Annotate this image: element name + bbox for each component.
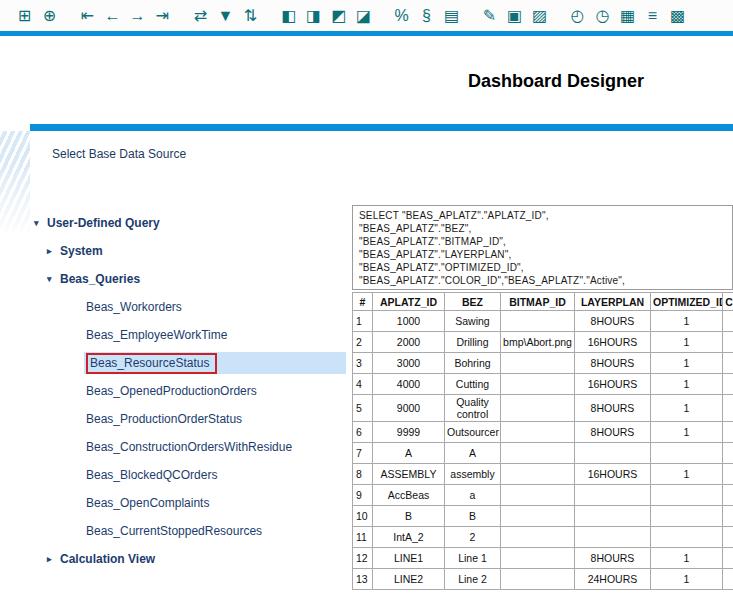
cell-bitmap-id: [501, 548, 575, 569]
cell-optimized-id: 1: [651, 548, 723, 569]
cell-bitmap-id: [501, 422, 575, 443]
cell-layerplan: 8HOURS: [575, 311, 651, 332]
cell-color-id: [723, 548, 733, 569]
filter-icon[interactable]: ▼: [213, 4, 238, 28]
payment-means-icon[interactable]: ◪: [351, 4, 376, 28]
cell-num: 6: [353, 422, 373, 443]
tree-expand-icon[interactable]: ▸: [47, 246, 60, 256]
table-row[interactable]: 3 3000 Bohring 8HOURS 1: [353, 353, 733, 374]
document-edit-icon[interactable]: ▨: [527, 4, 552, 28]
cell-color-id: [723, 506, 733, 527]
tree-item-calculation-view[interactable]: ▸ Calculation View: [30, 545, 352, 573]
cell-bitmap-id: [501, 569, 575, 590]
gross-profit-icon[interactable]: %: [389, 4, 414, 28]
target-document-icon[interactable]: ◨: [301, 4, 326, 28]
sort-icon[interactable]: ⇅: [238, 4, 263, 28]
pickup-clock-icon[interactable]: ◴: [565, 4, 590, 28]
tree-item-beas-workorders[interactable]: Beas_Workorders: [30, 293, 352, 321]
column-header-num[interactable]: #: [353, 293, 373, 311]
cell-optimized-id: [651, 527, 723, 548]
dashboard-designer-window: ⊞ ⊕ ⇤ ← → ⇥ ⇄ ▼ ⇅ ◧ ◨ ◩ ◪ % § ▤: [0, 0, 733, 605]
cell-color-id: [723, 332, 733, 353]
organizer-icon[interactable]: ≡: [640, 4, 665, 28]
tree-item-label: Beas_Queries: [60, 272, 140, 286]
form-settings-icon[interactable]: ▣: [502, 4, 527, 28]
volume-weight-icon[interactable]: §: [414, 4, 439, 28]
tree-expand-icon[interactable]: ▸: [47, 554, 60, 564]
tree-item-beas-employeeworktime[interactable]: Beas_EmployeeWorkTime: [30, 321, 352, 349]
cell-layerplan: [575, 527, 651, 548]
table-row[interactable]: 8 ASSEMBLY assembly 16HOURS 1: [353, 464, 733, 485]
table-row[interactable]: 2 2000 Drilling bmp\Abort.png 16HOURS 1: [353, 332, 733, 353]
alarm-icon[interactable]: ◷: [590, 4, 615, 28]
refresh-icon[interactable]: ⇄: [188, 4, 213, 28]
query-preview-icon[interactable]: ▤: [439, 4, 464, 28]
cell-layerplan: 24HOURS: [575, 569, 651, 590]
column-header-layerplan[interactable]: LAYERPLAN: [575, 293, 651, 311]
add-window-icon[interactable]: ⊕: [37, 4, 62, 28]
table-row[interactable]: 7 A A: [353, 443, 733, 464]
grid-settings-icon[interactable]: ▩: [665, 4, 690, 28]
next-record-icon[interactable]: →: [125, 4, 150, 28]
table-row[interactable]: 4 4000 Cutting 16HOURS 1: [353, 374, 733, 395]
tree-item-label: Beas_ProductionOrderStatus: [86, 412, 242, 426]
tree-item-beas-queries[interactable]: ▾ Beas_Queries: [30, 265, 352, 293]
cell-aplatz-id: AccBeas: [373, 485, 445, 506]
cell-aplatz-id: 2000: [373, 332, 445, 353]
cell-optimized-id: 1: [651, 569, 723, 590]
tree-item-beas-opencomplaints[interactable]: Beas_OpenComplaints: [30, 489, 352, 517]
cell-aplatz-id: LINE1: [373, 548, 445, 569]
table-row[interactable]: 9 AccBeas a: [353, 485, 733, 506]
cell-aplatz-id: 3000: [373, 353, 445, 374]
tree-item-label: Beas_Workorders: [86, 300, 182, 314]
tree-item-beas-constructionorderswithresidue[interactable]: Beas_ConstructionOrdersWithResidue: [30, 433, 352, 461]
cell-color-id: [723, 374, 733, 395]
tree-expand-icon[interactable]: ▾: [47, 274, 60, 284]
column-header-bez[interactable]: BEZ: [445, 293, 501, 311]
cell-bez: Bohring: [445, 353, 501, 374]
tree-expand-icon[interactable]: ▾: [34, 218, 47, 228]
table-row[interactable]: 5 9000 Quality control 8HOURS 1: [353, 395, 733, 422]
tree-item-beas-blockedqcorders[interactable]: Beas_BlockedQCOrders: [30, 461, 352, 489]
tree-item-label: Beas_OpenedProductionOrders: [86, 384, 257, 398]
last-record-icon[interactable]: ⇥: [150, 4, 175, 28]
edit-icon[interactable]: ✎: [477, 4, 502, 28]
sql-line: "BEAS_APLATZ"."BEZ",: [359, 222, 726, 235]
tree-item-system[interactable]: ▸ System: [30, 237, 352, 265]
column-header-color-id[interactable]: COLOR_ID: [723, 293, 733, 311]
table-row[interactable]: 1 1000 Sawing 8HOURS 1: [353, 311, 733, 332]
tree-item-beas-currentstoppedresources[interactable]: Beas_CurrentStoppedResources: [30, 517, 352, 545]
cell-num: 11: [353, 527, 373, 548]
table-row[interactable]: 10 B B: [353, 506, 733, 527]
base-document-icon[interactable]: ◩: [326, 4, 351, 28]
cell-color-id: [723, 485, 733, 506]
header-divider-bar: [0, 31, 733, 36]
cell-bez: A: [445, 443, 501, 464]
first-record-icon[interactable]: ⇤: [75, 4, 100, 28]
table-view-icon[interactable]: ⊞: [12, 4, 37, 28]
tree-item-user-defined-query[interactable]: ▾ User-Defined Query: [30, 209, 352, 237]
cell-num: 5: [353, 395, 373, 422]
tree-item-beas-resourcestatus[interactable]: Beas_ResourceStatus: [30, 349, 352, 377]
cell-bez: Cutting: [445, 374, 501, 395]
table-row[interactable]: 12 LINE1 Line 1 8HOURS 1: [353, 548, 733, 569]
column-header-bitmap-id[interactable]: BITMAP_ID: [501, 293, 575, 311]
table-row[interactable]: 6 9999 Outsourcer 8HOURS 1: [353, 422, 733, 443]
calculator-icon[interactable]: ▦: [615, 4, 640, 28]
tree-item-label: Beas_EmployeeWorkTime: [86, 328, 227, 342]
cell-color-id: [723, 353, 733, 374]
table-row[interactable]: 13 LINE2 Line 2 24HOURS 1: [353, 569, 733, 590]
link-document-icon[interactable]: ◧: [276, 4, 301, 28]
column-header-aplatz-id[interactable]: APLATZ_ID: [373, 293, 445, 311]
cell-aplatz-id: LINE2: [373, 569, 445, 590]
column-header-optimized-id[interactable]: OPTIMIZED_ID: [651, 293, 723, 311]
cell-num: 2: [353, 332, 373, 353]
tree-item-beas-openedproductionorders[interactable]: Beas_OpenedProductionOrders: [30, 377, 352, 405]
previous-record-icon[interactable]: ←: [100, 4, 125, 28]
table-row[interactable]: 11 IntA_2 2: [353, 527, 733, 548]
cell-optimized-id: 1: [651, 464, 723, 485]
cell-bez: a: [445, 485, 501, 506]
cell-layerplan: 8HOURS: [575, 353, 651, 374]
sql-statement-box[interactable]: SELECT "BEAS_APLATZ"."APLATZ_ID", "BEAS_…: [352, 205, 733, 290]
tree-item-beas-productionorderstatus[interactable]: Beas_ProductionOrderStatus: [30, 405, 352, 433]
